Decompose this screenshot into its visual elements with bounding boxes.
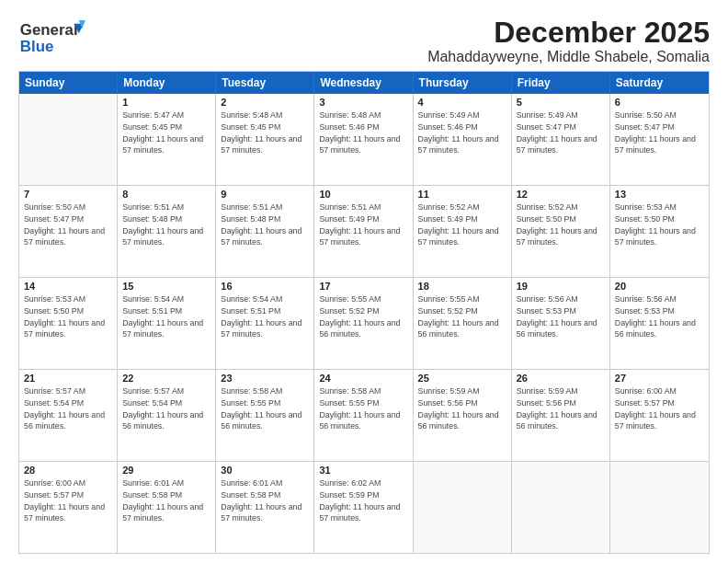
day-cell-15: 15Sunrise: 5:54 AM Sunset: 5:51 PM Dayli… <box>118 278 216 369</box>
day-number: 20 <box>615 281 704 292</box>
day-number: 25 <box>418 373 506 384</box>
day-cell-empty <box>610 462 709 553</box>
day-cell-20: 20Sunrise: 5:56 AM Sunset: 5:53 PM Dayli… <box>610 278 709 369</box>
sun-info: Sunrise: 5:57 AM Sunset: 5:54 PM Dayligh… <box>24 385 112 432</box>
day-number: 15 <box>122 281 210 292</box>
sun-info: Sunrise: 5:54 AM Sunset: 5:51 PM Dayligh… <box>221 293 309 340</box>
day-number: 16 <box>221 281 309 292</box>
day-number: 9 <box>221 189 309 200</box>
day-cell-29: 29Sunrise: 6:01 AM Sunset: 5:58 PM Dayli… <box>118 462 216 553</box>
sun-info: Sunrise: 5:48 AM Sunset: 5:46 PM Dayligh… <box>319 109 407 156</box>
calendar-row-5: 28Sunrise: 6:00 AM Sunset: 5:57 PM Dayli… <box>19 462 709 553</box>
day-cell-17: 17Sunrise: 5:55 AM Sunset: 5:52 PM Dayli… <box>314 278 413 369</box>
sun-info: Sunrise: 5:57 AM Sunset: 5:54 PM Dayligh… <box>122 385 210 432</box>
sun-info: Sunrise: 5:54 AM Sunset: 5:51 PM Dayligh… <box>122 293 210 340</box>
header-day-friday: Friday <box>512 72 610 94</box>
calendar-header: SundayMondayTuesdayWednesdayThursdayFrid… <box>19 72 709 94</box>
day-cell-27: 27Sunrise: 6:00 AM Sunset: 5:57 PM Dayli… <box>610 370 709 461</box>
sun-info: Sunrise: 5:50 AM Sunset: 5:47 PM Dayligh… <box>24 201 112 248</box>
sun-info: Sunrise: 5:55 AM Sunset: 5:52 PM Dayligh… <box>418 293 506 340</box>
day-cell-24: 24Sunrise: 5:58 AM Sunset: 5:55 PM Dayli… <box>314 370 413 461</box>
header-day-thursday: Thursday <box>414 72 512 94</box>
day-number: 11 <box>418 189 506 200</box>
sun-info: Sunrise: 6:00 AM Sunset: 5:57 PM Dayligh… <box>24 477 112 524</box>
header-day-tuesday: Tuesday <box>216 72 314 94</box>
day-number: 1 <box>122 97 210 108</box>
day-cell-8: 8Sunrise: 5:51 AM Sunset: 5:48 PM Daylig… <box>118 186 216 277</box>
sun-info: Sunrise: 6:01 AM Sunset: 5:58 PM Dayligh… <box>221 477 309 524</box>
day-cell-30: 30Sunrise: 6:01 AM Sunset: 5:58 PM Dayli… <box>216 462 314 553</box>
sun-info: Sunrise: 5:58 AM Sunset: 5:55 PM Dayligh… <box>319 385 407 432</box>
calendar: SundayMondayTuesdayWednesdayThursdayFrid… <box>18 71 710 554</box>
sun-info: Sunrise: 5:52 AM Sunset: 5:49 PM Dayligh… <box>418 201 506 248</box>
day-cell-empty <box>19 94 118 185</box>
calendar-row-4: 21Sunrise: 5:57 AM Sunset: 5:54 PM Dayli… <box>19 370 709 462</box>
day-number: 31 <box>319 465 407 476</box>
day-number: 28 <box>24 465 112 476</box>
day-number: 22 <box>122 373 210 384</box>
sun-info: Sunrise: 5:53 AM Sunset: 5:50 PM Dayligh… <box>615 201 704 248</box>
day-cell-empty <box>414 462 512 553</box>
logo-icon: General Blue <box>18 17 92 63</box>
sun-info: Sunrise: 5:53 AM Sunset: 5:50 PM Dayligh… <box>24 293 112 340</box>
day-cell-31: 31Sunrise: 6:02 AM Sunset: 5:59 PM Dayli… <box>314 462 413 553</box>
svg-text:Blue: Blue <box>20 38 54 55</box>
header-day-sunday: Sunday <box>19 72 118 94</box>
logo: General Blue <box>18 17 92 63</box>
sun-info: Sunrise: 5:51 AM Sunset: 5:48 PM Dayligh… <box>122 201 210 248</box>
page-subtitle: Mahaddayweyne, Middle Shabele, Somalia <box>427 49 710 65</box>
day-cell-1: 1Sunrise: 5:47 AM Sunset: 5:45 PM Daylig… <box>118 94 216 185</box>
day-number: 10 <box>319 189 407 200</box>
day-cell-13: 13Sunrise: 5:53 AM Sunset: 5:50 PM Dayli… <box>610 186 709 277</box>
day-cell-empty <box>512 462 610 553</box>
day-cell-5: 5Sunrise: 5:49 AM Sunset: 5:47 PM Daylig… <box>512 94 610 185</box>
day-cell-3: 3Sunrise: 5:48 AM Sunset: 5:46 PM Daylig… <box>314 94 413 185</box>
sun-info: Sunrise: 5:51 AM Sunset: 5:48 PM Dayligh… <box>221 201 309 248</box>
day-number: 4 <box>418 97 506 108</box>
day-cell-16: 16Sunrise: 5:54 AM Sunset: 5:51 PM Dayli… <box>216 278 314 369</box>
calendar-row-2: 7Sunrise: 5:50 AM Sunset: 5:47 PM Daylig… <box>19 186 709 278</box>
day-cell-28: 28Sunrise: 6:00 AM Sunset: 5:57 PM Dayli… <box>19 462 118 553</box>
day-number: 30 <box>221 465 309 476</box>
sun-info: Sunrise: 6:00 AM Sunset: 5:57 PM Dayligh… <box>615 385 704 432</box>
day-cell-10: 10Sunrise: 5:51 AM Sunset: 5:49 PM Dayli… <box>314 186 413 277</box>
day-cell-9: 9Sunrise: 5:51 AM Sunset: 5:48 PM Daylig… <box>216 186 314 277</box>
sun-info: Sunrise: 6:02 AM Sunset: 5:59 PM Dayligh… <box>319 477 407 524</box>
day-cell-14: 14Sunrise: 5:53 AM Sunset: 5:50 PM Dayli… <box>19 278 118 369</box>
day-number: 14 <box>24 281 112 292</box>
day-number: 2 <box>221 97 309 108</box>
day-cell-11: 11Sunrise: 5:52 AM Sunset: 5:49 PM Dayli… <box>414 186 512 277</box>
header-day-monday: Monday <box>118 72 216 94</box>
day-cell-19: 19Sunrise: 5:56 AM Sunset: 5:53 PM Dayli… <box>512 278 610 369</box>
sun-info: Sunrise: 5:59 AM Sunset: 5:56 PM Dayligh… <box>517 385 605 432</box>
sun-info: Sunrise: 5:56 AM Sunset: 5:53 PM Dayligh… <box>615 293 704 340</box>
day-number: 17 <box>319 281 407 292</box>
day-cell-12: 12Sunrise: 5:52 AM Sunset: 5:50 PM Dayli… <box>512 186 610 277</box>
day-cell-7: 7Sunrise: 5:50 AM Sunset: 5:47 PM Daylig… <box>19 186 118 277</box>
day-number: 3 <box>319 97 407 108</box>
day-cell-22: 22Sunrise: 5:57 AM Sunset: 5:54 PM Dayli… <box>118 370 216 461</box>
header-day-wednesday: Wednesday <box>314 72 413 94</box>
sun-info: Sunrise: 5:50 AM Sunset: 5:47 PM Dayligh… <box>615 109 704 156</box>
day-number: 24 <box>319 373 407 384</box>
day-cell-6: 6Sunrise: 5:50 AM Sunset: 5:47 PM Daylig… <box>610 94 709 185</box>
sun-info: Sunrise: 5:56 AM Sunset: 5:53 PM Dayligh… <box>517 293 605 340</box>
header: General Blue December 2025 Mahaddayweyne… <box>18 17 710 65</box>
sun-info: Sunrise: 5:51 AM Sunset: 5:49 PM Dayligh… <box>319 201 407 248</box>
day-number: 21 <box>24 373 112 384</box>
day-cell-25: 25Sunrise: 5:59 AM Sunset: 5:56 PM Dayli… <box>414 370 512 461</box>
title-block: December 2025 Mahaddayweyne, Middle Shab… <box>427 17 710 65</box>
header-day-saturday: Saturday <box>610 72 709 94</box>
day-number: 5 <box>517 97 605 108</box>
day-cell-4: 4Sunrise: 5:49 AM Sunset: 5:46 PM Daylig… <box>414 94 512 185</box>
day-number: 26 <box>517 373 605 384</box>
day-number: 27 <box>615 373 704 384</box>
svg-text:General: General <box>20 21 78 39</box>
calendar-row-3: 14Sunrise: 5:53 AM Sunset: 5:50 PM Dayli… <box>19 278 709 370</box>
day-cell-26: 26Sunrise: 5:59 AM Sunset: 5:56 PM Dayli… <box>512 370 610 461</box>
day-number: 7 <box>24 189 112 200</box>
sun-info: Sunrise: 5:47 AM Sunset: 5:45 PM Dayligh… <box>122 109 210 156</box>
calendar-row-1: 1Sunrise: 5:47 AM Sunset: 5:45 PM Daylig… <box>19 94 709 186</box>
sun-info: Sunrise: 5:55 AM Sunset: 5:52 PM Dayligh… <box>319 293 407 340</box>
page-title: December 2025 <box>427 17 710 49</box>
